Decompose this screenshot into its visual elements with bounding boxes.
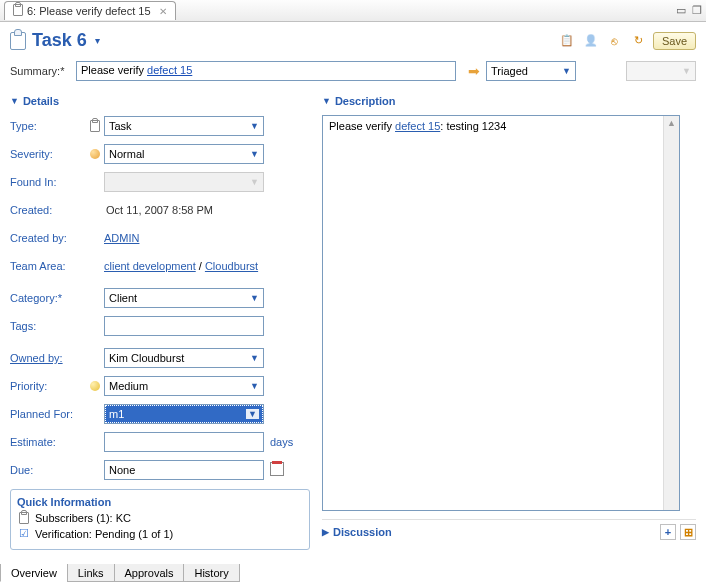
copy-icon[interactable]: 📋 bbox=[557, 31, 577, 51]
minimize-icon[interactable]: ▭ bbox=[676, 4, 686, 17]
chevron-down-icon: ▼ bbox=[250, 149, 259, 159]
ownedby-select[interactable]: Kim Cloudburst ▼ bbox=[104, 348, 264, 368]
due-input[interactable]: None bbox=[104, 460, 264, 480]
priority-label: Priority: bbox=[10, 380, 86, 392]
type-label: Type: bbox=[10, 120, 86, 132]
link-icon[interactable]: ⎋ bbox=[605, 31, 625, 51]
severity-icon bbox=[86, 149, 104, 159]
created-value: Oct 11, 2007 8:58 PM bbox=[104, 204, 213, 216]
maximize-icon[interactable]: ❐ bbox=[692, 4, 702, 17]
discussion-section-header[interactable]: ▶ Discussion + ⊞ bbox=[322, 519, 696, 540]
teamarea-link2[interactable]: Cloudburst bbox=[205, 260, 258, 272]
subscribers-icon bbox=[17, 512, 31, 524]
priority-select[interactable]: Medium ▼ bbox=[104, 376, 264, 396]
chevron-down-icon: ▼ bbox=[562, 66, 571, 76]
defect-link[interactable]: defect 15 bbox=[147, 64, 192, 76]
tags-input[interactable] bbox=[104, 316, 264, 336]
days-suffix: days bbox=[270, 436, 293, 448]
expand-all-button[interactable]: ⊞ bbox=[680, 524, 696, 540]
chevron-down-icon: ▼ bbox=[250, 353, 259, 363]
page-title: Task 6 bbox=[32, 30, 87, 51]
estimate-label: Estimate: bbox=[10, 436, 86, 448]
status-select[interactable]: Triaged ▼ bbox=[486, 61, 576, 81]
tab-title: 6: Please verify defect 15 bbox=[27, 5, 151, 17]
due-label: Due: bbox=[10, 464, 86, 476]
chevron-down-icon: ▼ bbox=[250, 177, 259, 187]
tab-links[interactable]: Links bbox=[67, 564, 115, 582]
type-select[interactable]: Task ▼ bbox=[104, 116, 264, 136]
severity-select[interactable]: Normal ▼ bbox=[104, 144, 264, 164]
scroll-up-icon[interactable]: ▲ bbox=[667, 118, 676, 128]
chevron-down-icon: ▼ bbox=[250, 121, 259, 131]
quick-info-header: Quick Information bbox=[17, 496, 303, 508]
arrow-right-icon: ➡ bbox=[468, 63, 480, 79]
clipboard-icon bbox=[10, 32, 26, 50]
category-label: Category:* bbox=[10, 292, 86, 304]
chevron-down-icon: ▼ bbox=[250, 293, 259, 303]
clipboard-icon bbox=[13, 4, 23, 18]
description-section-header[interactable]: ▼ Description bbox=[322, 95, 696, 107]
summary-input[interactable]: Please verify defect 15 bbox=[76, 61, 456, 81]
defect-link[interactable]: defect 15 bbox=[395, 120, 440, 132]
created-label: Created: bbox=[10, 204, 86, 216]
priority-icon bbox=[86, 381, 104, 391]
teamarea-link1[interactable]: client development bbox=[104, 260, 196, 272]
summary-label: Summary:* bbox=[10, 65, 70, 77]
foundin-select[interactable]: ▼ bbox=[104, 172, 264, 192]
plannedfor-label: Planned For: bbox=[10, 408, 86, 420]
verification-text: Verification: Pending (1 of 1) bbox=[35, 528, 173, 540]
subscribers-text: Subscribers (1): KC bbox=[35, 512, 131, 524]
details-section-header[interactable]: ▼ Details bbox=[10, 95, 310, 107]
tags-label: Tags: bbox=[10, 320, 86, 332]
collapse-icon: ▼ bbox=[10, 96, 19, 106]
description-textarea[interactable]: Please verify defect 15: testing 1234 ▲ bbox=[322, 115, 680, 511]
editor-tab[interactable]: 6: Please verify defect 15 ✕ bbox=[4, 1, 176, 20]
tab-history[interactable]: History bbox=[183, 564, 239, 582]
calendar-icon[interactable] bbox=[270, 462, 284, 478]
chevron-down-icon: ▼ bbox=[250, 381, 259, 391]
teamarea-label: Team Area: bbox=[10, 260, 86, 272]
plannedfor-select[interactable]: m1 ▼ bbox=[104, 404, 264, 424]
resolution-select[interactable]: ▼ bbox=[626, 61, 696, 81]
ownedby-label[interactable]: Owned by: bbox=[10, 352, 86, 364]
clipboard-icon bbox=[86, 120, 104, 132]
verification-icon: ☑ bbox=[17, 527, 31, 540]
foundin-label: Found In: bbox=[10, 176, 86, 188]
createdby-label: Created by: bbox=[10, 232, 86, 244]
refresh-icon[interactable]: ↻ bbox=[629, 31, 649, 51]
scrollbar[interactable] bbox=[663, 116, 679, 510]
bottom-tab-bar: Overview Links Approvals History bbox=[0, 564, 239, 582]
severity-label: Severity: bbox=[10, 148, 86, 160]
expand-icon: ▶ bbox=[322, 527, 329, 537]
tab-approvals[interactable]: Approvals bbox=[114, 564, 185, 582]
category-select[interactable]: Client ▼ bbox=[104, 288, 264, 308]
chevron-down-icon: ▼ bbox=[246, 409, 259, 419]
add-comment-button[interactable]: + bbox=[660, 524, 676, 540]
createdby-link[interactable]: ADMIN bbox=[104, 232, 139, 244]
save-button[interactable]: Save bbox=[653, 32, 696, 50]
estimate-input[interactable] bbox=[104, 432, 264, 452]
user-icon: 👤 bbox=[581, 31, 601, 51]
collapse-icon: ▼ bbox=[322, 96, 331, 106]
quick-info-box: Quick Information Subscribers (1): KC ☑ … bbox=[10, 489, 310, 550]
chevron-down-icon: ▼ bbox=[682, 66, 691, 76]
close-tab-icon[interactable]: ✕ bbox=[159, 6, 167, 17]
editor-tab-bar: 6: Please verify defect 15 ✕ ▭ ❐ bbox=[0, 0, 706, 22]
title-menu-caret[interactable]: ▾ bbox=[95, 35, 100, 46]
tab-overview[interactable]: Overview bbox=[0, 564, 68, 582]
